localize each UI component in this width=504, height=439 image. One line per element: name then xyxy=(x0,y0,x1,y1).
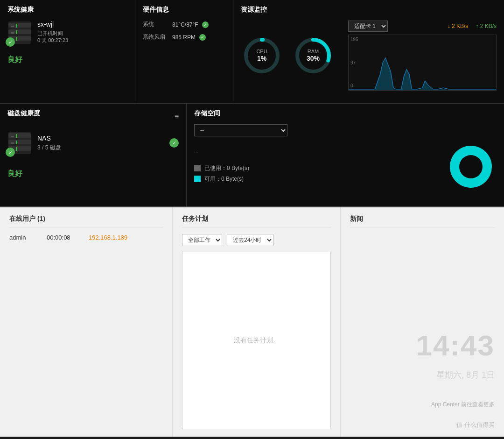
svg-rect-8 xyxy=(16,30,17,34)
health-check-badge: ✓ xyxy=(6,37,15,47)
used-dot xyxy=(194,165,201,171)
clock-time: 14:43 xyxy=(416,329,495,362)
svg-rect-20 xyxy=(11,142,14,144)
disk-info: NAS 3 / 5 磁盘 xyxy=(37,135,164,152)
svg-rect-24 xyxy=(16,147,17,151)
task-time-select[interactable]: 过去24小时 xyxy=(227,234,273,246)
uptime-value: 0 天 00:27:23 xyxy=(37,37,127,44)
storage-space-panel: 存储空间 -- -- 已使用：0 Byte(s) 可用：0 Byte(s) xyxy=(187,104,504,206)
fan-row: 系统风扇 985 RPM ✓ xyxy=(143,33,225,41)
ram-label: RAM xyxy=(308,49,319,54)
avail-label: 可用：0 Byte(s) xyxy=(204,175,244,183)
chart-y-mid: 97 xyxy=(350,60,358,65)
storage-legend: 已使用：0 Byte(s) 可用：0 Byte(s) xyxy=(194,164,431,183)
hostname: sx-wjl xyxy=(37,21,127,28)
uptime-label: 已开机时间 xyxy=(37,30,127,37)
disk-server-icon: ✓ xyxy=(7,131,32,155)
nas-server-icon: ✓ xyxy=(7,21,32,45)
online-users-title: 在线用户 (1) xyxy=(9,215,163,227)
svg-marker-14 xyxy=(349,59,496,90)
chart-labels: 195 97 0 xyxy=(350,35,358,90)
avail-legend: 可用：0 Byte(s) xyxy=(194,175,431,183)
used-label: 已使用：0 Byte(s) xyxy=(204,164,249,172)
storage-space-title: 存储空间 xyxy=(194,109,497,118)
system-health-title: 系统健康 xyxy=(7,6,127,14)
svg-rect-4 xyxy=(11,26,14,27)
resource-monitor-title: 资源监控 xyxy=(241,6,497,14)
storage-info: -- 已使用：0 Byte(s) 可用：0 Byte(s) xyxy=(194,148,431,186)
svg-rect-5 xyxy=(11,32,14,34)
avail-dot xyxy=(194,176,201,182)
network-section: 适配卡 1 ↓ 2 KB/s ↑ 2 KB/s 195 97 0 xyxy=(348,21,497,91)
svg-rect-19 xyxy=(11,136,14,137)
online-users-panel: 在线用户 (1) admin 00:00:08 192.168.1.189 xyxy=(0,207,173,437)
hardware-info-panel: 硬件信息 系统 31°C/87°F ✓ 系统风扇 985 RPM ✓ xyxy=(135,0,233,103)
app-center-link[interactable]: App Center 前往查看更多 xyxy=(431,401,495,409)
user-name: admin xyxy=(9,234,37,241)
health-info: sx-wjl 已开机时间 0 天 00:27:23 xyxy=(37,21,127,48)
storage-donut-chart xyxy=(445,141,497,192)
temp-value: 31°C/87°F xyxy=(172,21,198,28)
net-down-speed: ↓ 2 KB/s xyxy=(448,23,469,29)
disk-count: 3 / 5 磁盘 xyxy=(37,144,164,152)
chart-svg xyxy=(349,35,496,90)
network-chart: 195 97 0 xyxy=(348,35,497,91)
svg-rect-22 xyxy=(16,134,17,138)
svg-rect-9 xyxy=(16,37,17,41)
net-up-speed: ↑ 2 KB/s xyxy=(476,23,497,29)
hardware-info-title: 硬件信息 xyxy=(143,6,225,14)
fan-ok-icon: ✓ xyxy=(199,34,206,41)
user-time: 00:00:08 xyxy=(47,234,79,241)
health-status: 良好 xyxy=(7,55,127,65)
temp-row: 系统 31°C/87°F ✓ xyxy=(143,21,225,28)
disk-status: 良好 xyxy=(7,169,179,179)
fan-value: 985 RPM xyxy=(172,34,196,41)
resource-monitor-panel: 资源监控 CPU 1% RAM 30% xyxy=(233,0,504,103)
chart-y-bot: 0 xyxy=(350,83,358,88)
disk-health-panel: 磁盘健康度 ≡ ✓ NAS xyxy=(0,104,187,206)
temp-ok-icon: ✓ xyxy=(202,21,209,28)
task-empty-text: 没有任务计划。 xyxy=(234,336,280,345)
task-empty-box: 没有任务计划。 xyxy=(182,252,331,429)
clock-date: 星期六, 8月 1日 xyxy=(436,369,495,381)
cpu-gauge: CPU 1% xyxy=(241,35,283,77)
ram-gauge-svg: RAM 30% xyxy=(292,35,334,77)
ram-value: 30% xyxy=(307,55,320,62)
watermark: 值 什么值得买 xyxy=(456,421,495,429)
cpu-label: CPU xyxy=(256,49,267,54)
ram-gauge: RAM 30% xyxy=(292,35,334,77)
task-schedule-panel: 任务计划 全部工作 过去24小时 没有任务计划。 xyxy=(173,207,341,437)
svg-rect-7 xyxy=(16,24,17,28)
fan-label: 系统风扇 xyxy=(143,33,168,41)
table-row: admin 00:00:08 192.168.1.189 xyxy=(9,234,163,241)
disk-status-check: ✓ xyxy=(169,138,179,148)
task-schedule-title: 任务计划 xyxy=(182,215,331,227)
svg-rect-23 xyxy=(16,141,17,144)
temp-label: 系统 xyxy=(143,21,168,28)
adapter-select[interactable]: 适配卡 1 xyxy=(348,21,388,32)
task-type-select[interactable]: 全部工作 xyxy=(182,234,222,246)
user-ip: 192.168.1.189 xyxy=(89,234,127,241)
cpu-value: 1% xyxy=(257,55,267,62)
list-view-icon[interactable]: ≡ xyxy=(175,113,179,121)
svg-point-26 xyxy=(459,155,483,178)
news-panel: 新闻 14:43 星期六, 8月 1日 App Center 前往查看更多 值 … xyxy=(341,207,504,437)
storage-volume: -- xyxy=(194,148,431,155)
chart-y-top: 195 xyxy=(350,37,358,42)
system-health-panel: 系统健康 ✓ sx-wjl xyxy=(0,0,135,103)
disk-check-badge: ✓ xyxy=(6,148,15,157)
storage-select[interactable]: -- xyxy=(194,124,287,136)
disk-item: ✓ NAS 3 / 5 磁盘 ✓ xyxy=(7,131,179,155)
disk-health-title: 磁盘健康度 xyxy=(7,109,40,118)
disk-name: NAS xyxy=(37,135,164,142)
task-filters: 全部工作 过去24小时 xyxy=(182,234,331,246)
used-legend: 已使用：0 Byte(s) xyxy=(194,164,431,172)
cpu-gauge-svg: CPU 1% xyxy=(241,35,283,77)
news-title: 新闻 xyxy=(350,215,495,227)
